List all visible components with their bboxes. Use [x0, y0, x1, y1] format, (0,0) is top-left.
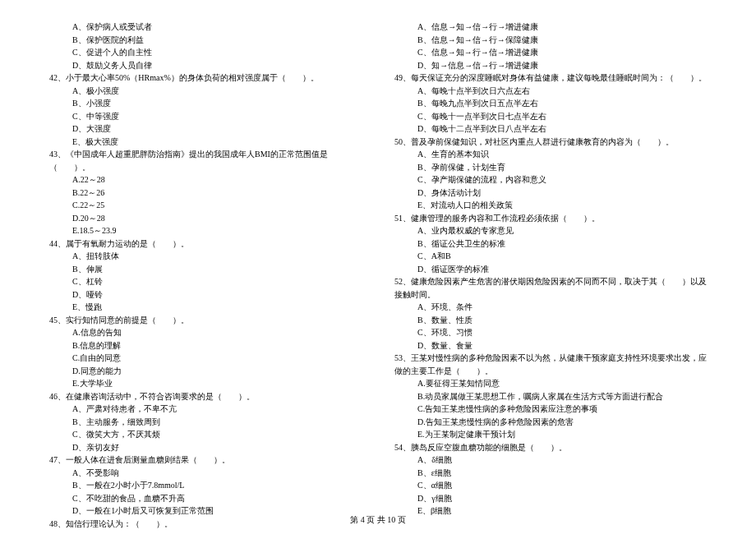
- option-text: C.自由的同意: [49, 352, 362, 365]
- option-text: A、信息→知→信→行→增进健康: [394, 21, 707, 34]
- option-text: C、不吃甜的食品，血糖不升高: [49, 492, 362, 505]
- option-text: B.信息的理解: [49, 339, 362, 352]
- option-text: C、A和B: [394, 250, 707, 263]
- option-text: B、小强度: [49, 97, 362, 110]
- option-text: C、α细胞: [394, 479, 707, 492]
- option-text: A、每晚十点半到次日六点左右: [394, 85, 707, 98]
- option-text: E.大学毕业: [49, 377, 362, 390]
- option-text: B、每晚九点半到次日五点半左右: [394, 97, 707, 110]
- option-text: A、业内最权威的专家意见: [394, 224, 707, 237]
- option-text: D、鼓励义务人员自律: [49, 59, 362, 72]
- option-text: C、信息→知→行→信→增进健康: [394, 46, 707, 59]
- option-text: C.22～25: [49, 199, 362, 212]
- document-content: A、保护病人或受试者 B、保护医院的利益 C、促进个人的自主性 D、鼓励义务人员…: [49, 21, 707, 530]
- question-51: 51、健康管理的服务内容和工作流程必须依据（ ）。: [394, 212, 707, 225]
- option-text: B.动员家属做王某思想工作，嘱病人家属在生活方式等方面进行配合: [394, 390, 707, 403]
- option-text: C、促进个人的自主性: [49, 46, 362, 59]
- option-text: E、对流动人口的相关政策: [394, 199, 707, 212]
- option-text: B、主动服务，细致周到: [49, 416, 362, 429]
- question-44: 44、属于有氧耐力运动的是（ ）。: [49, 237, 362, 251]
- page-footer: 第 4 页 共 10 页: [0, 514, 756, 526]
- option-text: A、保护病人或受试者: [49, 21, 362, 34]
- option-text: C、微笑大方，不厌其烦: [49, 428, 362, 441]
- option-text: D、γ细胞: [394, 492, 707, 505]
- option-text: A、极小强度: [49, 85, 362, 98]
- left-column: A、保护病人或受试者 B、保护医院的利益 C、促进个人的自主性 D、鼓励义务人员…: [49, 21, 362, 530]
- option-text: A、环境、条件: [394, 301, 707, 314]
- question-49: 49、每天保证充分的深度睡眠对身体有益健康，建议每晚最佳睡眠时间为：（ ）。: [394, 71, 707, 85]
- option-text: D、亲切友好: [49, 441, 362, 454]
- option-text: D、身体活动计划: [394, 186, 707, 200]
- option-text: A.信息的告知: [49, 326, 362, 339]
- option-text: B、ε细胞: [394, 467, 707, 480]
- right-column: A、信息→知→信→行→增进健康 B、信息→知→信→行→保障健康 C、信息→知→行…: [394, 21, 707, 530]
- option-text: B、孕前保健，计划生育: [394, 161, 707, 174]
- option-text: E.18.5～23.9: [49, 224, 362, 237]
- option-text: A.要征得王某知情同意: [394, 377, 707, 390]
- option-text: C、中等强度: [49, 110, 362, 123]
- question-54: 54、胰岛反应空腹血糖功能的细胞是（ ）。: [394, 441, 707, 454]
- option-text: A、严肃对待患者，不卑不亢: [49, 403, 362, 416]
- option-text: D、循证医学的标准: [394, 263, 707, 276]
- question-42: 42、小于最大心率50%（HRmax%）的身体负荷的相对强度属于（ ）。: [49, 71, 362, 85]
- option-text: D.告知王某患慢性病的多种危险因素的危害: [394, 416, 707, 429]
- option-text: D、哑铃: [49, 288, 362, 302]
- option-text: D、数量、食量: [394, 339, 707, 352]
- option-text: C、杠铃: [49, 275, 362, 288]
- option-text: B、伸展: [49, 263, 362, 276]
- option-text: B、信息→知→信→行→保障健康: [394, 34, 707, 47]
- option-text: C、孕产期保健的流程，内容和意义: [394, 173, 707, 186]
- question-52: 52、健康危险因素产生危害的潜伏期因危险因素的不同而不同，取决于其（ ）以及接触…: [394, 275, 707, 301]
- option-text: C、每晚十一点半到次日七点半左右: [394, 110, 707, 123]
- option-text: C.告知王某患慢性病的多种危险因素应注意的事项: [394, 403, 707, 416]
- option-text: D、每晚十二点半到次日八点半左右: [394, 122, 707, 136]
- option-text: B、循证公共卫生的标准: [394, 237, 707, 251]
- option-text: A、不受影响: [49, 467, 362, 480]
- option-text: B、保护医院的利益: [49, 34, 362, 47]
- option-text: E、极大强度: [49, 136, 362, 149]
- option-text: D、大强度: [49, 122, 362, 136]
- option-text: B、数量、性质: [394, 314, 707, 327]
- option-text: B.22～26: [49, 186, 362, 200]
- option-text: A、扭转肢体: [49, 250, 362, 263]
- option-text: D.20～28: [49, 212, 362, 225]
- option-text: E.为王某制定健康干预计划: [394, 428, 707, 441]
- option-text: A、生育的基本知识: [394, 148, 707, 161]
- question-46: 46、在健康咨询活动中，不符合咨询要求的是（ ）。: [49, 390, 362, 403]
- option-text: C、环境、习惯: [394, 326, 707, 339]
- question-50: 50、普及孕前保健知识，对社区内重点人群进行健康教育的内容为（ ）。: [394, 136, 707, 149]
- option-text: D、知→信息→信→行→增进健康: [394, 59, 707, 72]
- question-45: 45、实行知情同意的前提是（ ）。: [49, 314, 362, 327]
- option-text: A.22～28: [49, 173, 362, 186]
- question-47: 47、一般人体在进食后测量血糖则结果（ ）。: [49, 453, 362, 467]
- question-43: 43、《中国成年人超重肥胖防治指南》提出的我国成年人BMI的正常范围值是（ ）。: [49, 148, 362, 173]
- question-53: 53、王某对慢性病的多种危险因素不以为然，从健康干预家庭支持性环境要求出发，应做…: [394, 352, 707, 377]
- option-text: A、δ细胞: [394, 453, 707, 467]
- option-text: D.同意的能力: [49, 365, 362, 378]
- option-text: E、慢跑: [49, 301, 362, 314]
- option-text: B、一般在2小时小于7.8mmol/L: [49, 479, 362, 492]
